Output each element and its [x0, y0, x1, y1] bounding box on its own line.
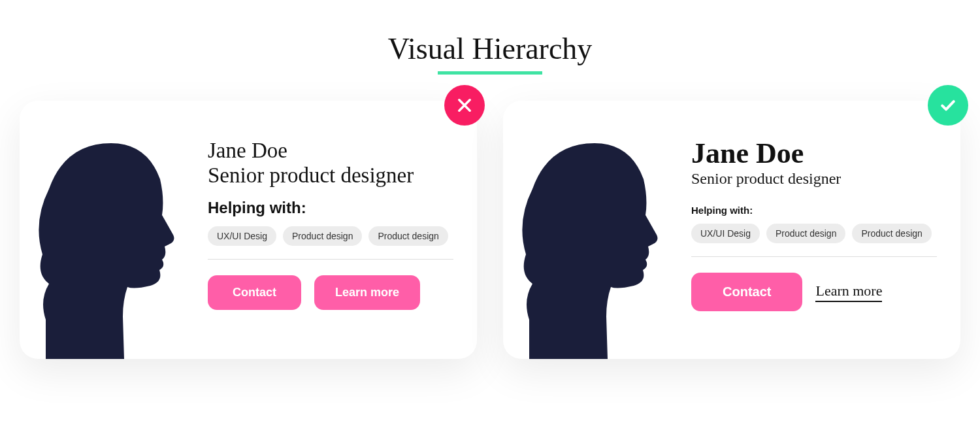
helping-with-label: Helping with:: [691, 205, 937, 216]
contact-button[interactable]: Contact: [691, 273, 802, 311]
card-content: Jane Doe Senior product designer Helping…: [686, 101, 960, 359]
profile-role: Senior product designer: [691, 170, 937, 188]
divider: [208, 259, 453, 260]
cards-row: Jane Doe Senior product designer Helping…: [0, 101, 980, 359]
card-content: Jane Doe Senior product designer Helping…: [203, 101, 477, 359]
card-actions: Contact Learn more: [691, 273, 937, 311]
example-card-good: Jane Doe Senior product designer Helping…: [503, 101, 960, 359]
skill-tag: Product design: [368, 226, 448, 246]
card-actions: Contact Learn more: [208, 275, 453, 310]
tag-list: UX/UI Desig Product design Product desig…: [208, 226, 453, 246]
tag-list: UX/UI Desig Product design Product desig…: [691, 224, 937, 243]
divider: [691, 256, 937, 257]
skill-tag: Product design: [852, 224, 931, 243]
learn-more-link[interactable]: Learn more: [815, 282, 882, 302]
helping-with-label: Helping with:: [208, 199, 453, 217]
avatar: [503, 101, 686, 359]
page-title: Visual Hierarchy: [0, 31, 980, 66]
title-underline: [438, 71, 542, 75]
learn-more-button[interactable]: Learn more: [314, 275, 420, 310]
cross-icon: [444, 85, 485, 126]
contact-button[interactable]: Contact: [208, 275, 301, 310]
skill-tag: Product design: [766, 224, 845, 243]
profile-name: Jane Doe: [208, 139, 453, 163]
skill-tag: UX/UI Desig: [208, 226, 276, 246]
profile-name: Jane Doe: [691, 139, 937, 169]
skill-tag: Product design: [283, 226, 362, 246]
check-icon: [928, 85, 968, 126]
example-card-bad: Jane Doe Senior product designer Helping…: [20, 101, 477, 359]
skill-tag: UX/UI Desig: [691, 224, 760, 243]
profile-role: Senior product designer: [208, 163, 453, 188]
avatar: [20, 101, 203, 359]
